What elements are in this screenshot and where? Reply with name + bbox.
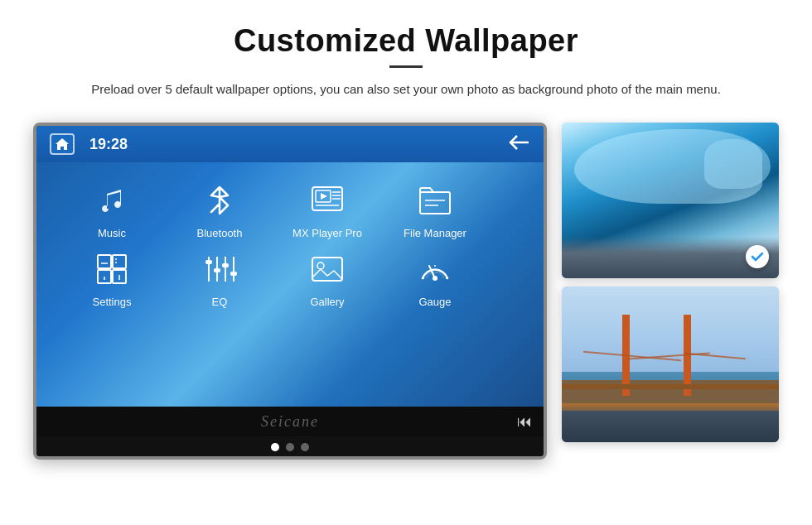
back-button[interactable] [509, 134, 530, 155]
app-gauge[interactable]: Gauge [381, 248, 489, 308]
svg-rect-9 [420, 192, 450, 214]
settings-icon [96, 253, 128, 285]
app-grid: Music Bluetooth [45, 179, 535, 308]
svg-rect-26 [222, 263, 229, 267]
dot-2[interactable] [286, 443, 294, 451]
page-description: Preload over 5 default wallpaper options… [50, 79, 762, 99]
svg-point-29 [317, 262, 324, 269]
bluetooth-label: Bluetooth [197, 227, 243, 239]
app-mx-player[interactable]: MX Player Pro [273, 179, 381, 239]
app-music[interactable]: Music [58, 179, 166, 239]
svg-marker-8 [321, 193, 327, 200]
home-icon [55, 137, 70, 151]
gallery-icon-area [306, 248, 349, 291]
bluetooth-icon [206, 184, 233, 217]
svg-rect-12 [98, 255, 111, 268]
time-display: 19:28 [89, 136, 128, 153]
wallpaper-previews [562, 123, 779, 442]
music-icon-area [90, 179, 133, 222]
app-settings[interactable]: Settings [58, 248, 166, 308]
title-divider [389, 65, 423, 68]
watermark-text: Seicane [261, 413, 319, 431]
file-manager-icon-area [413, 179, 457, 222]
home-button[interactable] [50, 133, 75, 155]
wallpaper-preview-bridge[interactable] [562, 287, 779, 442]
settings-label: Settings [93, 296, 132, 308]
svg-rect-28 [312, 258, 342, 281]
app-bluetooth[interactable]: Bluetooth [166, 179, 273, 239]
gauge-icon [418, 253, 452, 285]
seek-back-button[interactable]: ⏮ [517, 413, 532, 431]
music-icon [97, 185, 127, 215]
file-manager-label: File Manager [404, 227, 466, 239]
bottom-bar: Seicane ⏮ [36, 407, 544, 436]
bridge-image [562, 287, 779, 442]
car-screen-mockup: 19:28 [33, 123, 547, 460]
back-icon [509, 134, 530, 151]
notification-badge [746, 245, 769, 268]
status-bar: 19:28 [36, 126, 544, 162]
eq-label: EQ [212, 296, 228, 308]
eq-icon [202, 253, 237, 285]
app-file-manager[interactable]: File Manager [381, 179, 489, 239]
gauge-icon-area [413, 248, 457, 291]
gallery-label: Gallery [310, 296, 344, 308]
mx-player-icon-area [306, 179, 349, 222]
dot-1[interactable] [271, 443, 279, 451]
page-title: Customized Wallpaper [50, 23, 762, 59]
svg-rect-25 [214, 268, 220, 272]
svg-marker-0 [56, 138, 69, 150]
svg-rect-13 [113, 255, 126, 268]
app-row-2: Settings [58, 248, 522, 308]
app-eq[interactable]: EQ [166, 248, 273, 308]
bluetooth-icon-area [198, 179, 241, 222]
checkmark-icon [751, 251, 764, 262]
gauge-label: Gauge [418, 296, 451, 308]
page-indicator [36, 436, 544, 456]
content-area: 19:28 [0, 114, 812, 468]
mx-player-label: MX Player Pro [292, 227, 362, 239]
music-label: Music [98, 227, 126, 239]
svg-rect-27 [230, 272, 237, 276]
settings-icon-area [90, 248, 133, 291]
page-header: Customized Wallpaper Preload over 5 defa… [0, 0, 812, 114]
file-manager-icon [418, 185, 452, 215]
gallery-icon [311, 254, 344, 284]
app-gallery[interactable]: Gallery [273, 248, 381, 308]
eq-icon-area [198, 248, 241, 291]
svg-point-31 [433, 276, 437, 281]
screen-body: Music Bluetooth [36, 162, 544, 407]
mx-player-icon [311, 185, 344, 215]
app-row-1: Music Bluetooth [58, 179, 522, 239]
dot-3[interactable] [301, 443, 309, 451]
wallpaper-preview-glacier[interactable] [562, 123, 779, 278]
svg-rect-24 [205, 260, 212, 264]
